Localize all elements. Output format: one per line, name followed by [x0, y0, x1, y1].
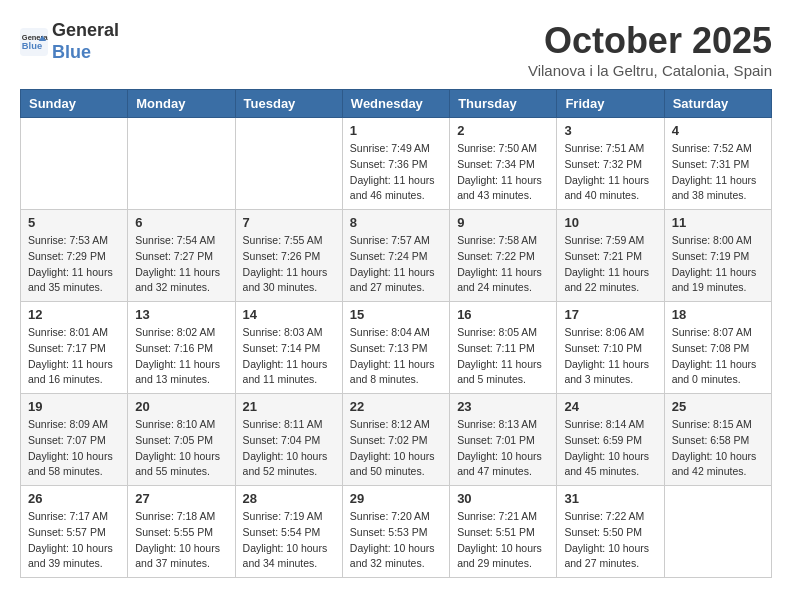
week-row-3: 12Sunrise: 8:01 AM Sunset: 7:17 PM Dayli… [21, 302, 772, 394]
day-cell-17: 17Sunrise: 8:06 AM Sunset: 7:10 PM Dayli… [557, 302, 664, 394]
day-number: 3 [564, 123, 656, 138]
day-cell-21: 21Sunrise: 8:11 AM Sunset: 7:04 PM Dayli… [235, 394, 342, 486]
week-row-1: 1Sunrise: 7:49 AM Sunset: 7:36 PM Daylig… [21, 118, 772, 210]
day-info: Sunrise: 8:14 AM Sunset: 6:59 PM Dayligh… [564, 417, 656, 480]
day-number: 10 [564, 215, 656, 230]
day-cell-4: 4Sunrise: 7:52 AM Sunset: 7:31 PM Daylig… [664, 118, 771, 210]
day-number: 18 [672, 307, 764, 322]
day-info: Sunrise: 7:19 AM Sunset: 5:54 PM Dayligh… [243, 509, 335, 572]
svg-text:Blue: Blue [22, 41, 42, 51]
day-cell-26: 26Sunrise: 7:17 AM Sunset: 5:57 PM Dayli… [21, 486, 128, 578]
day-cell-20: 20Sunrise: 8:10 AM Sunset: 7:05 PM Dayli… [128, 394, 235, 486]
day-info: Sunrise: 8:13 AM Sunset: 7:01 PM Dayligh… [457, 417, 549, 480]
day-cell-29: 29Sunrise: 7:20 AM Sunset: 5:53 PM Dayli… [342, 486, 449, 578]
logo-text: GeneralBlue [52, 20, 119, 63]
day-number: 27 [135, 491, 227, 506]
day-cell-28: 28Sunrise: 7:19 AM Sunset: 5:54 PM Dayli… [235, 486, 342, 578]
day-cell-10: 10Sunrise: 7:59 AM Sunset: 7:21 PM Dayli… [557, 210, 664, 302]
day-number: 17 [564, 307, 656, 322]
day-cell-22: 22Sunrise: 8:12 AM Sunset: 7:02 PM Dayli… [342, 394, 449, 486]
day-number: 7 [243, 215, 335, 230]
day-cell-14: 14Sunrise: 8:03 AM Sunset: 7:14 PM Dayli… [235, 302, 342, 394]
week-row-4: 19Sunrise: 8:09 AM Sunset: 7:07 PM Dayli… [21, 394, 772, 486]
day-info: Sunrise: 8:07 AM Sunset: 7:08 PM Dayligh… [672, 325, 764, 388]
day-info: Sunrise: 7:53 AM Sunset: 7:29 PM Dayligh… [28, 233, 120, 296]
day-info: Sunrise: 8:05 AM Sunset: 7:11 PM Dayligh… [457, 325, 549, 388]
day-info: Sunrise: 8:06 AM Sunset: 7:10 PM Dayligh… [564, 325, 656, 388]
day-cell-1: 1Sunrise: 7:49 AM Sunset: 7:36 PM Daylig… [342, 118, 449, 210]
day-number: 26 [28, 491, 120, 506]
day-info: Sunrise: 7:50 AM Sunset: 7:34 PM Dayligh… [457, 141, 549, 204]
weekday-header-saturday: Saturday [664, 90, 771, 118]
day-number: 25 [672, 399, 764, 414]
day-cell-31: 31Sunrise: 7:22 AM Sunset: 5:50 PM Dayli… [557, 486, 664, 578]
weekday-header-friday: Friday [557, 90, 664, 118]
day-cell-8: 8Sunrise: 7:57 AM Sunset: 7:24 PM Daylig… [342, 210, 449, 302]
day-number: 29 [350, 491, 442, 506]
day-cell-30: 30Sunrise: 7:21 AM Sunset: 5:51 PM Dayli… [450, 486, 557, 578]
day-number: 4 [672, 123, 764, 138]
day-cell-18: 18Sunrise: 8:07 AM Sunset: 7:08 PM Dayli… [664, 302, 771, 394]
weekday-header-row: SundayMondayTuesdayWednesdayThursdayFrid… [21, 90, 772, 118]
day-number: 28 [243, 491, 335, 506]
empty-cell [21, 118, 128, 210]
day-info: Sunrise: 7:21 AM Sunset: 5:51 PM Dayligh… [457, 509, 549, 572]
day-number: 13 [135, 307, 227, 322]
day-cell-13: 13Sunrise: 8:02 AM Sunset: 7:16 PM Dayli… [128, 302, 235, 394]
weekday-header-sunday: Sunday [21, 90, 128, 118]
day-number: 5 [28, 215, 120, 230]
day-number: 9 [457, 215, 549, 230]
day-info: Sunrise: 7:57 AM Sunset: 7:24 PM Dayligh… [350, 233, 442, 296]
day-cell-19: 19Sunrise: 8:09 AM Sunset: 7:07 PM Dayli… [21, 394, 128, 486]
day-info: Sunrise: 8:09 AM Sunset: 7:07 PM Dayligh… [28, 417, 120, 480]
day-number: 21 [243, 399, 335, 414]
day-info: Sunrise: 8:12 AM Sunset: 7:02 PM Dayligh… [350, 417, 442, 480]
day-cell-25: 25Sunrise: 8:15 AM Sunset: 6:58 PM Dayli… [664, 394, 771, 486]
day-info: Sunrise: 8:02 AM Sunset: 7:16 PM Dayligh… [135, 325, 227, 388]
day-cell-11: 11Sunrise: 8:00 AM Sunset: 7:19 PM Dayli… [664, 210, 771, 302]
weekday-header-tuesday: Tuesday [235, 90, 342, 118]
month-title: October 2025 [528, 20, 772, 62]
calendar-table: SundayMondayTuesdayWednesdayThursdayFrid… [20, 89, 772, 578]
day-number: 23 [457, 399, 549, 414]
day-info: Sunrise: 8:01 AM Sunset: 7:17 PM Dayligh… [28, 325, 120, 388]
day-number: 15 [350, 307, 442, 322]
day-number: 22 [350, 399, 442, 414]
day-number: 30 [457, 491, 549, 506]
day-info: Sunrise: 8:03 AM Sunset: 7:14 PM Dayligh… [243, 325, 335, 388]
weekday-header-thursday: Thursday [450, 90, 557, 118]
day-info: Sunrise: 8:15 AM Sunset: 6:58 PM Dayligh… [672, 417, 764, 480]
day-info: Sunrise: 7:17 AM Sunset: 5:57 PM Dayligh… [28, 509, 120, 572]
day-info: Sunrise: 8:11 AM Sunset: 7:04 PM Dayligh… [243, 417, 335, 480]
day-number: 11 [672, 215, 764, 230]
day-number: 24 [564, 399, 656, 414]
day-number: 14 [243, 307, 335, 322]
day-number: 31 [564, 491, 656, 506]
day-info: Sunrise: 7:20 AM Sunset: 5:53 PM Dayligh… [350, 509, 442, 572]
day-cell-12: 12Sunrise: 8:01 AM Sunset: 7:17 PM Dayli… [21, 302, 128, 394]
day-info: Sunrise: 7:18 AM Sunset: 5:55 PM Dayligh… [135, 509, 227, 572]
title-block: October 2025 Vilanova i la Geltru, Catal… [528, 20, 772, 79]
weekday-header-wednesday: Wednesday [342, 90, 449, 118]
day-number: 6 [135, 215, 227, 230]
day-info: Sunrise: 8:04 AM Sunset: 7:13 PM Dayligh… [350, 325, 442, 388]
weekday-header-monday: Monday [128, 90, 235, 118]
day-info: Sunrise: 7:22 AM Sunset: 5:50 PM Dayligh… [564, 509, 656, 572]
logo-icon: General Blue [20, 28, 48, 56]
day-cell-3: 3Sunrise: 7:51 AM Sunset: 7:32 PM Daylig… [557, 118, 664, 210]
page-header: General Blue GeneralBlue October 2025 Vi… [20, 20, 772, 79]
day-number: 19 [28, 399, 120, 414]
day-number: 12 [28, 307, 120, 322]
empty-cell [664, 486, 771, 578]
day-info: Sunrise: 7:55 AM Sunset: 7:26 PM Dayligh… [243, 233, 335, 296]
day-number: 2 [457, 123, 549, 138]
day-cell-16: 16Sunrise: 8:05 AM Sunset: 7:11 PM Dayli… [450, 302, 557, 394]
week-row-2: 5Sunrise: 7:53 AM Sunset: 7:29 PM Daylig… [21, 210, 772, 302]
empty-cell [128, 118, 235, 210]
day-info: Sunrise: 7:52 AM Sunset: 7:31 PM Dayligh… [672, 141, 764, 204]
day-cell-7: 7Sunrise: 7:55 AM Sunset: 7:26 PM Daylig… [235, 210, 342, 302]
day-info: Sunrise: 7:58 AM Sunset: 7:22 PM Dayligh… [457, 233, 549, 296]
logo: General Blue GeneralBlue [20, 20, 119, 63]
day-info: Sunrise: 7:59 AM Sunset: 7:21 PM Dayligh… [564, 233, 656, 296]
day-cell-9: 9Sunrise: 7:58 AM Sunset: 7:22 PM Daylig… [450, 210, 557, 302]
